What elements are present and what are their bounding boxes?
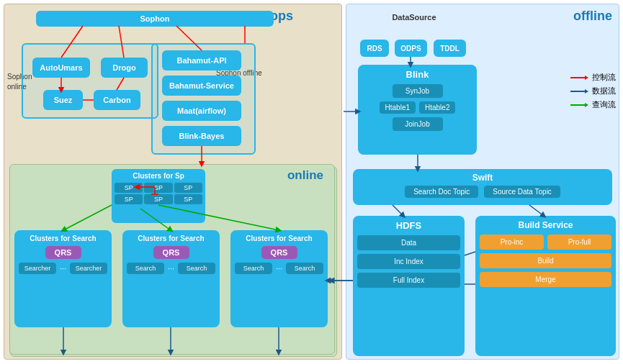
pro-full-box: Pro-full (547, 235, 611, 250)
bahamut-service-label: Bahamut-Service (169, 81, 234, 90)
legend-query-flow: 查询流 (570, 99, 616, 110)
svg-marker-1 (585, 76, 588, 80)
build-service-group: Build Service Pro-inc Pro-full Build Mer… (475, 216, 616, 356)
sp-cell-6: SP (174, 194, 202, 204)
suez-box: Suez (43, 90, 83, 110)
dots-3: ··· (274, 263, 284, 274)
svg-marker-5 (585, 103, 588, 107)
legend-data-label: 数据流 (592, 86, 616, 96)
maat-label: Maat(airflow) (177, 106, 226, 115)
autoumarks-label: AutoUmars (40, 63, 82, 72)
htable1-box: Htable1 (380, 101, 416, 114)
dots-2: ··· (166, 263, 176, 274)
search-cluster-3: Clusters for Search QRS Search ··· Searc… (230, 230, 328, 327)
swift-title: Swift (357, 173, 609, 183)
blink-bayes-box: Blink-Bayes (162, 126, 241, 146)
cluster-1-title: Clusters for Search (19, 235, 107, 242)
blink-title: Blink (362, 69, 472, 80)
searcher-3-box1: Search (235, 263, 272, 274)
source-data-topic-box: Source Data Topic (484, 186, 560, 198)
build-row-1: Pro-inc Pro-full (480, 235, 611, 250)
search-cluster-1: Clusters for Search QRS Searcher ··· Sea… (14, 230, 112, 327)
bahamut-service-box: Bahamut-Service (162, 76, 241, 96)
autoumarks-box: AutoUmars (32, 58, 90, 78)
hdfs-full-index-box: Full Index (357, 273, 460, 288)
clusters-sp-title: Clusters for Sp (115, 172, 202, 180)
sp-grid: SP SP SP SP SP SP (115, 183, 202, 204)
rds-label: RDS (367, 45, 382, 53)
drogo-label: Drogo (112, 63, 135, 72)
synjob-box: SynJob (393, 84, 443, 98)
hdfs-data-box: Data (357, 235, 460, 250)
searcher-row-3: Search ··· Search (235, 263, 323, 274)
swift-row: Search Doc Topic Source Data Topic (357, 186, 609, 198)
drogo-box: Drogo (101, 58, 148, 78)
htable2-box: Htable2 (419, 101, 455, 114)
hdfs-inc-index-box: Inc Index (357, 254, 460, 269)
odps-box: ODPS (395, 40, 427, 57)
searcher-row-1: Searcher ··· Searcher (19, 263, 107, 274)
hdfs-group: HDFS Data Inc Index Full Index (353, 216, 465, 356)
legend-box: 控制流 数据流 查询流 (570, 72, 616, 110)
datasource-label: DataSource (367, 13, 461, 22)
maat-box: Maat(airflow) (162, 101, 241, 121)
cluster-2-title: Clusters for Search (127, 235, 215, 242)
cluster-3-title: Clusters for Search (235, 235, 323, 242)
htable-row: Htable1 Htable2 (362, 101, 472, 114)
joinjob-box: JoinJob (393, 117, 443, 131)
qrs-box-2: QRS (153, 246, 189, 259)
main-container: online ops offline Sophon Sophononline S… (0, 0, 623, 364)
bahamut-api-box: Bahamut-API (162, 50, 241, 70)
svg-marker-3 (585, 89, 588, 94)
rds-box: RDS (360, 40, 389, 57)
qrs-box-1: QRS (45, 246, 81, 259)
searcher-1-box1: Searcher (19, 263, 56, 274)
sp-cell-4: SP (115, 194, 143, 204)
sophon-box: Sophon (36, 11, 274, 27)
offline-label: offline (573, 9, 612, 24)
dots-1: ··· (58, 263, 68, 274)
carbon-box: Carbon (94, 90, 140, 110)
searcher-1-box2: Searcher (70, 263, 107, 274)
legend-data-flow: 数据流 (570, 86, 616, 96)
search-doc-topic-box: Search Doc Topic (405, 186, 478, 198)
searcher-2-box2: Search (178, 263, 215, 274)
sp-cell-3: SP (174, 183, 202, 193)
blink-bayes-label: Blink-Bayes (179, 132, 225, 140)
legend-control-label: 控制流 (592, 72, 616, 83)
odps-label: ODPS (400, 45, 421, 53)
sophon-label: Sophon (140, 14, 170, 23)
searcher-row-2: Search ··· Search (127, 263, 215, 274)
sp-cell-2: SP (144, 183, 172, 193)
searcher-3-box2: Search (286, 263, 323, 274)
clusters-sp-box: Clusters for Sp SP SP SP SP SP SP (112, 169, 205, 223)
pro-inc-box: Pro-inc (480, 235, 544, 250)
suez-label: Suez (54, 96, 73, 104)
search-cluster-2: Clusters for Search QRS Search ··· Searc… (122, 230, 220, 327)
merge-box: Merge (480, 272, 611, 287)
hdfs-title: HDFS (357, 220, 460, 231)
legend-query-label: 查询流 (592, 99, 616, 110)
bahamut-api-label: Bahamut-API (176, 56, 226, 65)
build-box: Build (480, 253, 611, 268)
blink-group: Blink SynJob Htable1 Htable2 JoinJob (358, 65, 477, 155)
sp-cell-5: SP (144, 194, 172, 204)
tddl-box: TDDL (434, 40, 466, 57)
tddl-label: TDDL (440, 45, 460, 53)
carbon-label: Carbon (103, 96, 131, 104)
legend-control-flow: 控制流 (570, 72, 616, 83)
searcher-2-box1: Search (127, 263, 164, 274)
sp-cell-1: SP (115, 183, 143, 193)
qrs-box-3: QRS (261, 246, 297, 259)
build-service-title: Build Service (480, 220, 611, 230)
online-label-inner: online (287, 168, 323, 183)
swift-group: Swift Search Doc Topic Source Data Topic (353, 169, 612, 205)
